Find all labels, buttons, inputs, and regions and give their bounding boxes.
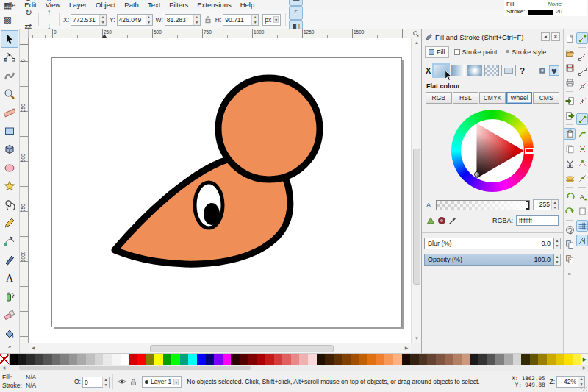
- palette-swatch[interactable]: [445, 354, 453, 365]
- scroll-up-icon[interactable]: ▲: [412, 38, 422, 47]
- palette-swatch[interactable]: [274, 354, 283, 365]
- palette-swatch[interactable]: [197, 354, 206, 365]
- spray-tool-icon[interactable]: [1, 288, 18, 305]
- vertical-scroll-thumb[interactable]: [413, 149, 420, 285]
- palette-swatch[interactable]: [240, 354, 248, 365]
- color-mode-wheel[interactable]: Wheel: [506, 92, 533, 104]
- node-editor-tool-icon[interactable]: [1, 49, 18, 66]
- h-input[interactable]: 90.711 ▲▼: [223, 14, 259, 26]
- raise-icon[interactable]: ↑: [42, 6, 56, 20]
- paint-flat-button[interactable]: [434, 65, 448, 76]
- blur-spinner[interactable]: ▲▼: [554, 238, 561, 249]
- palette-swatch[interactable]: [146, 354, 154, 365]
- palette-swatch[interactable]: [368, 354, 376, 365]
- palette-swatch[interactable]: [564, 354, 573, 365]
- pencil-tool-icon[interactable]: [1, 214, 18, 232]
- palette-swatch[interactable]: [504, 354, 513, 365]
- palette-swatch[interactable]: [10, 354, 18, 365]
- eyedropper-icon[interactable]: [448, 216, 457, 225]
- document-save-icon[interactable]: [564, 62, 576, 74]
- palette-swatch[interactable]: [410, 354, 419, 365]
- snap-cusp-icon[interactable]: [576, 157, 588, 169]
- palette-swatch[interactable]: [257, 354, 265, 365]
- palette-swatch[interactable]: [129, 354, 137, 365]
- star-tool-icon[interactable]: [1, 177, 18, 195]
- color-mode-cms[interactable]: CMS: [533, 92, 559, 104]
- mouse-head-circle[interactable]: [218, 78, 320, 179]
- paint-bucket-tool-icon[interactable]: [1, 324, 18, 342]
- palette-swatch[interactable]: [538, 354, 547, 365]
- tab-fill[interactable]: Fill: [425, 46, 449, 58]
- paint-unknown-button[interactable]: ?: [520, 66, 525, 75]
- import-icon[interactable]: [564, 95, 576, 107]
- ellipse-tool-icon[interactable]: [1, 159, 18, 177]
- opacity-slider[interactable]: Opacity (%) 100.0: [424, 254, 554, 266]
- snap-path-icon[interactable]: [576, 128, 588, 140]
- paint-swatch-button[interactable]: [501, 65, 516, 76]
- vertical-ruler[interactable]: 02505007501000: [20, 38, 29, 343]
- copy-icon[interactable]: [564, 143, 576, 154]
- palette-swatch-none[interactable]: [0, 354, 10, 365]
- fill-stroke-indicator[interactable]: Fill: N/A Stroke: N/A: [0, 374, 68, 390]
- spiral-tool-icon[interactable]: [1, 196, 18, 213]
- quick-zoom-button[interactable]: [411, 29, 421, 38]
- document-print-icon[interactable]: [564, 76, 576, 88]
- eraser-tool-icon[interactable]: [1, 306, 18, 324]
- palette-swatch[interactable]: [521, 354, 530, 365]
- document-open-icon[interactable]: [564, 47, 576, 59]
- rotate-cw-icon[interactable]: ↻: [21, 6, 35, 20]
- palette-swatch[interactable]: [103, 354, 112, 365]
- palette-swatch[interactable]: [530, 354, 539, 365]
- palette-swatch[interactable]: [43, 354, 52, 365]
- palette-swatch[interactable]: [556, 354, 564, 365]
- paste-icon[interactable]: [564, 128, 576, 140]
- vertical-scrollbar[interactable]: ▲ ▼: [411, 38, 421, 343]
- palette-swatch[interactable]: [470, 354, 479, 365]
- toolbox-overflow-button[interactable]: »: [8, 343, 11, 350]
- palette-overflow-icon[interactable]: ▶: [581, 354, 588, 365]
- palette-swatch[interactable]: [214, 354, 223, 365]
- menu-item-object[interactable]: Object: [91, 0, 120, 10]
- x-input[interactable]: 772.531 ▲▼: [71, 14, 107, 26]
- document-new-icon[interactable]: [564, 32, 576, 44]
- palette-swatch[interactable]: [52, 354, 61, 365]
- palette-swatch[interactable]: [171, 354, 180, 365]
- w-spinner[interactable]: ▲▼: [193, 15, 200, 25]
- horizontal-ruler[interactable]: 0250500750100012501500: [29, 29, 411, 38]
- palette-swatch[interactable]: [188, 354, 197, 365]
- horizontal-scroll-thumb[interactable]: [150, 345, 334, 352]
- snap-bbox-corner-icon[interactable]: [576, 65, 588, 77]
- alpha-input[interactable]: 255 ▲▼: [533, 199, 559, 210]
- y-input[interactable]: 426.049 ▲▼: [117, 14, 153, 26]
- palette-swatch[interactable]: [112, 354, 121, 365]
- measure-tool-icon[interactable]: [1, 104, 18, 121]
- zoom-drawing-icon[interactable]: [564, 224, 576, 235]
- palette-swatch[interactable]: [334, 354, 343, 365]
- layer-select[interactable]: Layer 1 ▾: [142, 376, 182, 388]
- paint-none-button[interactable]: X: [426, 66, 431, 75]
- layer-lock-icon[interactable]: [129, 377, 139, 387]
- overflow-icon[interactable]: »: [564, 268, 576, 279]
- box-3d-tool-icon[interactable]: [1, 140, 18, 158]
- opacity-spinner[interactable]: ▲▼: [554, 254, 561, 266]
- object-opacity-input[interactable]: 0 ▲▼: [82, 377, 110, 388]
- snap-text-icon[interactable]: A: [576, 190, 588, 202]
- gamut-triangle-icon[interactable]: [426, 216, 435, 225]
- panel-close-button[interactable]: ✕: [551, 32, 560, 41]
- layer-visibility-icon[interactable]: [117, 377, 127, 387]
- fill-rule-nonzero-icon[interactable]: [549, 65, 559, 76]
- menu-item-text[interactable]: Text: [143, 0, 165, 10]
- palette-swatch[interactable]: [121, 354, 129, 365]
- fill-rule-evenodd-icon[interactable]: [537, 65, 548, 76]
- paint-radial-gradient-button[interactable]: [467, 65, 482, 76]
- palette-swatch[interactable]: [69, 354, 78, 365]
- rotate-ccw-icon[interactable]: ↺: [21, 0, 35, 6]
- alpha-slider-handle[interactable]: [526, 201, 529, 210]
- palette-swatch[interactable]: [180, 354, 189, 365]
- palette-swatch[interactable]: [342, 354, 351, 365]
- alpha-spinner[interactable]: ▲▼: [551, 200, 558, 210]
- palette-swatch[interactable]: [487, 354, 496, 365]
- x-spinner[interactable]: ▲▼: [99, 15, 106, 25]
- affect-stroke-icon[interactable]: ▭: [289, 0, 303, 6]
- unit-select[interactable]: px▾: [262, 14, 281, 26]
